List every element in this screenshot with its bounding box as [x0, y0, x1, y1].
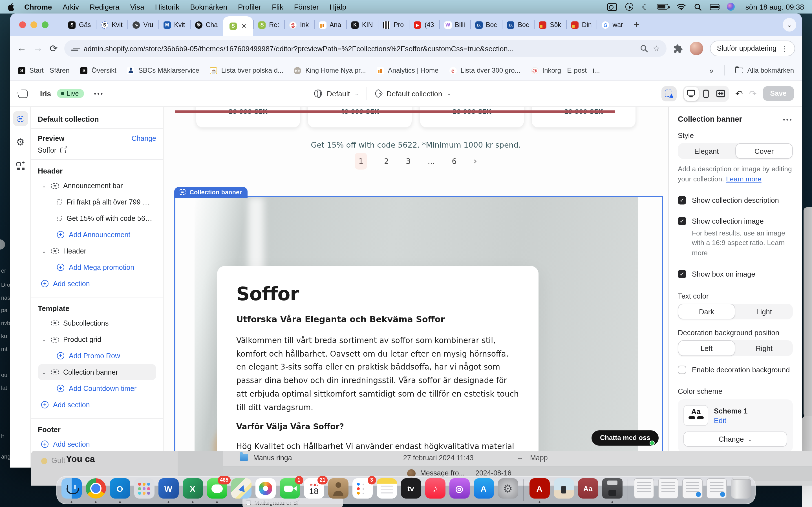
option-left[interactable]: Left: [678, 340, 735, 356]
mobile-preview-button[interactable]: [699, 87, 713, 101]
dock-calendar[interactable]: AUG1821: [303, 477, 324, 503]
sidebar-item-add-announcement[interactable]: +Add Announcement: [38, 226, 156, 243]
dock-chrome[interactable]: [85, 477, 106, 503]
tab-Sök[interactable]: Sök: [534, 13, 566, 36]
tab-KIN[interactable]: KKIN: [346, 13, 378, 36]
dock-previewapp[interactable]: [553, 477, 574, 503]
forward-button[interactable]: →: [33, 43, 43, 54]
chevron-down-icon[interactable]: ⌄: [41, 337, 47, 342]
url-text[interactable]: admin.shopify.com/store/36b6b9-05/themes…: [84, 44, 635, 53]
theme-preview-viewport[interactable]: 29 999 SEK49 999 SEK29 999 SEK29 999 SEK…: [163, 107, 668, 467]
sidebar-item-add-mega-promotion[interactable]: +Add Mega promotion: [38, 259, 156, 276]
page-6[interactable]: 6: [452, 157, 456, 166]
page-1[interactable]: 1: [355, 153, 367, 170]
update-chrome-button[interactable]: Slutför uppdatering ⋮: [710, 41, 795, 56]
show-description-row[interactable]: ✓ Show collection description: [678, 196, 793, 204]
next-page-chevron[interactable]: ›: [474, 156, 477, 166]
focus-moon-icon[interactable]: ☾: [642, 3, 649, 11]
control-center-icon[interactable]: [710, 4, 718, 10]
dock-music[interactable]: ♪: [424, 477, 446, 503]
tab-Re:[interactable]: SRe:: [253, 13, 285, 36]
search-in-page-icon[interactable]: [640, 45, 648, 52]
bookmark-analytics-home[interactable]: Analytics | Home: [377, 66, 439, 74]
tab-Billi[interactable]: WBilli: [439, 13, 470, 36]
bookmark--versikt[interactable]: SÖversikt: [80, 66, 116, 74]
open-preview-icon[interactable]: [60, 148, 66, 153]
dock-acrobat[interactable]: A: [529, 477, 550, 503]
tab-Kvit[interactable]: MKvit: [158, 13, 190, 36]
undo-button[interactable]: ↶: [735, 88, 743, 99]
selected-section-badge[interactable]: Collection banner: [174, 187, 248, 198]
reload-button[interactable]: ⟳: [50, 43, 58, 54]
page-2[interactable]: 2: [384, 157, 389, 166]
app-embeds-button[interactable]: [13, 158, 28, 173]
sidebar-item-subcollections[interactable]: Subcollections: [38, 315, 156, 331]
tab-Ink[interactable]: @Ink: [284, 13, 314, 36]
enable-decoration-row[interactable]: Enable decoration background: [678, 365, 793, 374]
sidebar-item-header[interactable]: ⌄Header: [38, 243, 156, 259]
checkbox-unchecked-icon[interactable]: [678, 365, 686, 374]
save-button[interactable]: Save: [763, 86, 794, 101]
profile-avatar[interactable]: [690, 42, 703, 55]
menu-clock[interactable]: sön 18 aug. 09:38: [746, 3, 804, 11]
tab-Ana[interactable]: Ana: [314, 13, 346, 36]
dock-notes[interactable]: [376, 477, 397, 503]
page-selector[interactable]: Default collection ⌄: [375, 89, 451, 98]
sidebar-item-add-section[interactable]: +Add section: [38, 276, 156, 292]
sidebar-item-add-section[interactable]: +Add section: [38, 397, 156, 413]
page-...[interactable]: ...: [428, 157, 435, 166]
menu-item-visa[interactable]: Visa: [130, 3, 144, 11]
dock-messages[interactable]: 465: [206, 477, 227, 503]
learn-more-link[interactable]: Learn more: [726, 175, 762, 183]
tab-active-shopify-editor[interactable]: S✕: [223, 16, 253, 36]
sidebar-item-collection-banner[interactable]: ⌄Collection banner: [38, 364, 156, 380]
checkbox-checked-icon[interactable]: ✓: [678, 217, 686, 225]
dock-podcasts[interactable]: ◎: [449, 477, 470, 503]
tab-Cha[interactable]: ✳Cha: [190, 13, 223, 36]
tab-Pro[interactable]: Pro: [378, 13, 409, 36]
option-dark[interactable]: Dark: [678, 304, 735, 320]
dock-facetime[interactable]: 1: [279, 477, 300, 503]
sidebar-item-add-countdown-timer[interactable]: +Add Countdown timer: [38, 380, 156, 397]
checkbox-checked-icon[interactable]: ✓: [678, 196, 686, 204]
bookmark-sbcs-m-klarservice[interactable]: SBCs Mäklarservice: [127, 66, 199, 74]
bookmark-lista-ver-polska-d-[interactable]: ☕Lista över polska d...: [210, 66, 283, 74]
tab-Boc[interactable]: B.Boc: [470, 13, 502, 36]
bookmark-lista-ver-300-gro-[interactable]: eLista över 300 gro...: [449, 66, 520, 74]
close-tab-icon[interactable]: ✕: [241, 22, 246, 30]
dock-dictionary[interactable]: Aa: [577, 477, 598, 503]
bookmark-start-sf-ren[interactable]: SStart - Sfären: [18, 66, 70, 74]
sidebar-item-fri-frakt-p-allt-ver-799-sek[interactable]: Fri frakt på allt över 799 SEK: [38, 194, 156, 210]
close-window-button[interactable]: [19, 21, 26, 28]
page-3[interactable]: 3: [406, 157, 411, 166]
sidebar-item-product-grid[interactable]: ⌄Product grid: [38, 331, 156, 348]
dock-settings[interactable]: ⚙: [497, 477, 518, 503]
address-bar[interactable]: admin.shopify.com/store/36b6b9-05/themes…: [64, 40, 667, 57]
dock-thumb-win1[interactable]: [682, 477, 703, 503]
browser-menu-icon[interactable]: ⋮: [781, 44, 788, 53]
dock-thumb-doc2[interactable]: [658, 477, 678, 503]
menu-item-flik[interactable]: Flik: [272, 3, 283, 11]
theme-options-menu[interactable]: •••: [94, 90, 104, 97]
dock-photos[interactable]: [255, 477, 276, 503]
dock-tv[interactable]: tv: [400, 477, 421, 503]
sections-tab-button[interactable]: [13, 111, 28, 126]
tab-Vru[interactable]: ∿Vru: [128, 13, 158, 36]
site-settings-icon[interactable]: [71, 46, 79, 51]
dock-excel[interactable]: X: [182, 477, 203, 503]
screen-record-icon[interactable]: [608, 3, 617, 10]
menu-item-bokmärken[interactable]: Bokmärken: [190, 3, 227, 11]
back-button[interactable]: ←: [17, 43, 27, 54]
language-selector[interactable]: Default ⌄: [314, 89, 359, 98]
window-controls[interactable]: [19, 21, 49, 28]
dock-maps[interactable]: [231, 477, 252, 503]
sidebar-item-announcement-bar[interactable]: ⌄Announcement bar: [38, 177, 156, 194]
extensions-icon[interactable]: [673, 44, 683, 53]
dock-word[interactable]: W: [158, 477, 179, 503]
all-bookmarks-button[interactable]: Alla bokmärken: [735, 66, 794, 74]
theme-settings-button[interactable]: ⚙: [13, 135, 28, 150]
dock-reminders[interactable]: 3: [352, 477, 373, 503]
zoom-window-button[interactable]: [42, 21, 49, 28]
dock-trash[interactable]: [730, 477, 751, 503]
checkbox-checked-icon[interactable]: ✓: [678, 270, 686, 278]
